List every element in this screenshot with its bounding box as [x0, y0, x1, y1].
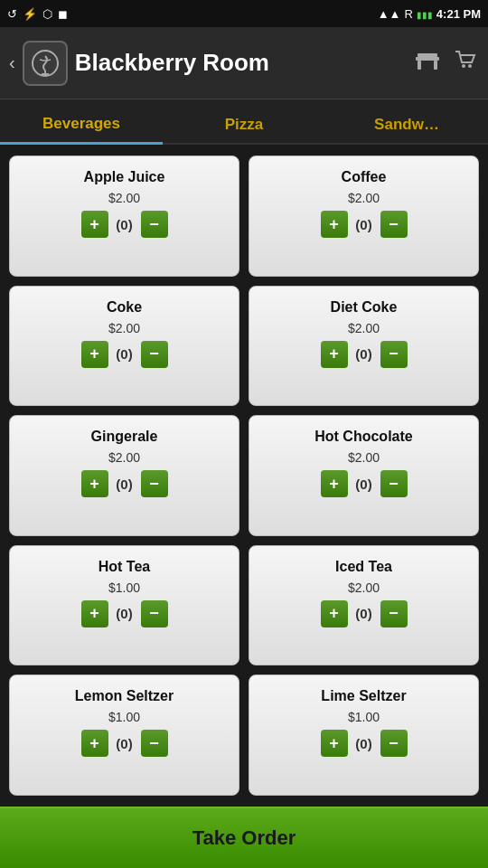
item-count: (0) [112, 736, 137, 751]
item-price: $1.00 [108, 710, 140, 724]
add-button[interactable]: + [321, 600, 348, 627]
app-icon-status: ⬡ [42, 7, 52, 21]
item-name: Hot Chocolate [314, 429, 412, 445]
svg-rect-6 [434, 61, 437, 70]
tab-sandwiches[interactable]: Sandw… [325, 116, 488, 143]
item-controls: + (0) − [321, 211, 408, 238]
add-button[interactable]: + [321, 211, 348, 238]
item-controls: + (0) − [321, 600, 408, 627]
add-button[interactable]: + [321, 341, 348, 368]
item-count: (0) [352, 606, 377, 621]
item-count: (0) [352, 476, 377, 492]
remove-button[interactable]: − [380, 600, 408, 627]
item-card: Coffee $2.00 + (0) − [249, 156, 479, 277]
remove-button[interactable]: − [141, 341, 168, 368]
item-card: Hot Tea $1.00 + (0) − [9, 545, 239, 666]
item-count: (0) [112, 217, 137, 232]
remove-button[interactable]: − [380, 341, 408, 368]
item-card: Diet Coke $2.00 + (0) − [249, 286, 479, 407]
svg-rect-4 [418, 53, 437, 57]
item-count: (0) [352, 346, 377, 362]
item-name: Diet Coke [331, 299, 398, 316]
back-button[interactable]: ‹ [9, 52, 15, 73]
add-button[interactable]: + [321, 470, 348, 497]
item-card: Lemon Seltzer $1.00 + (0) − [9, 675, 239, 796]
items-grid: Apple Juice $2.00 + (0) − Coffee $2.00 +… [0, 145, 488, 805]
refresh-icon: ↺ [7, 7, 17, 21]
item-controls: + (0) − [81, 211, 168, 238]
wifi-icon: ▲▲ [378, 7, 401, 21]
item-count: (0) [112, 606, 137, 621]
usb-icon: ⚡ [23, 7, 37, 21]
header-left: ‹ Blackberry Room [9, 41, 414, 86]
item-controls: + (0) − [321, 470, 408, 497]
item-count: (0) [352, 217, 377, 232]
item-name: Apple Juice [84, 169, 165, 185]
add-button[interactable]: + [321, 730, 348, 757]
add-button[interactable]: + [81, 600, 108, 627]
item-price: $2.00 [108, 450, 140, 465]
table-icon[interactable] [414, 46, 441, 80]
item-name: Lemon Seltzer [75, 688, 174, 704]
item-price: $2.00 [348, 191, 380, 205]
item-count: (0) [112, 346, 137, 362]
item-controls: + (0) − [81, 341, 168, 368]
notification-icon: ◼ [58, 7, 68, 21]
item-name: Gingerale [91, 429, 158, 445]
signal-icon: R [404, 7, 412, 21]
battery-icon [417, 7, 433, 21]
add-button[interactable]: + [81, 341, 108, 368]
item-name: Coke [107, 299, 142, 316]
status-bar: ↺ ⚡ ⬡ ◼ ▲▲ R 4:21 PM [0, 0, 488, 27]
add-button[interactable]: + [81, 211, 108, 238]
item-controls: + (0) − [81, 470, 168, 497]
add-button[interactable]: + [81, 730, 108, 757]
tab-pizza[interactable]: Pizza [163, 116, 325, 143]
status-left-icons: ↺ ⚡ ⬡ ◼ [7, 7, 68, 21]
remove-button[interactable]: − [141, 600, 168, 627]
header-action-icons [414, 46, 479, 80]
item-name: Iced Tea [335, 559, 392, 575]
remove-button[interactable]: − [141, 211, 168, 238]
svg-rect-5 [418, 61, 421, 70]
add-button[interactable]: + [81, 470, 108, 497]
app-logo [23, 41, 68, 86]
item-controls: + (0) − [81, 730, 168, 757]
item-count: (0) [352, 736, 377, 751]
item-price: $1.00 [108, 580, 140, 595]
item-name: Lime Seltzer [321, 688, 406, 704]
item-controls: + (0) − [321, 730, 408, 757]
remove-button[interactable]: − [141, 470, 168, 497]
status-time: 4:21 PM [436, 7, 481, 21]
svg-point-7 [462, 64, 465, 68]
remove-button[interactable]: − [380, 211, 408, 238]
tab-beverages[interactable]: Beverages [0, 115, 163, 145]
item-controls: + (0) − [321, 341, 408, 368]
header: ‹ Blackberry Room [0, 27, 488, 99]
item-price: $1.00 [348, 710, 380, 724]
item-price: $2.00 [348, 321, 380, 335]
item-price: $2.00 [108, 191, 140, 205]
header-title: Blackberry Room [75, 49, 269, 77]
remove-button[interactable]: − [380, 730, 408, 757]
item-card: Iced Tea $2.00 + (0) − [249, 545, 479, 666]
item-card: Coke $2.00 + (0) − [9, 286, 239, 407]
item-card: Lime Seltzer $1.00 + (0) − [249, 675, 479, 796]
item-price: $2.00 [108, 321, 140, 335]
tabs: Beverages Pizza Sandw… [0, 99, 488, 145]
svg-point-8 [468, 64, 472, 68]
item-count: (0) [112, 476, 137, 492]
item-price: $2.00 [348, 580, 380, 595]
item-price: $2.00 [348, 450, 380, 465]
item-card: Apple Juice $2.00 + (0) − [9, 156, 239, 277]
item-name: Hot Tea [99, 559, 150, 575]
status-right-icons: ▲▲ R 4:21 PM [378, 7, 481, 21]
remove-button[interactable]: − [380, 470, 408, 497]
item-controls: + (0) − [81, 600, 168, 627]
take-order-button[interactable]: Take Order [0, 807, 488, 868]
svg-rect-3 [416, 57, 439, 61]
item-card: Gingerale $2.00 + (0) − [9, 415, 239, 536]
item-card: Hot Chocolate $2.00 + (0) − [249, 415, 479, 536]
cart-icon[interactable] [452, 46, 479, 80]
remove-button[interactable]: − [141, 730, 168, 757]
